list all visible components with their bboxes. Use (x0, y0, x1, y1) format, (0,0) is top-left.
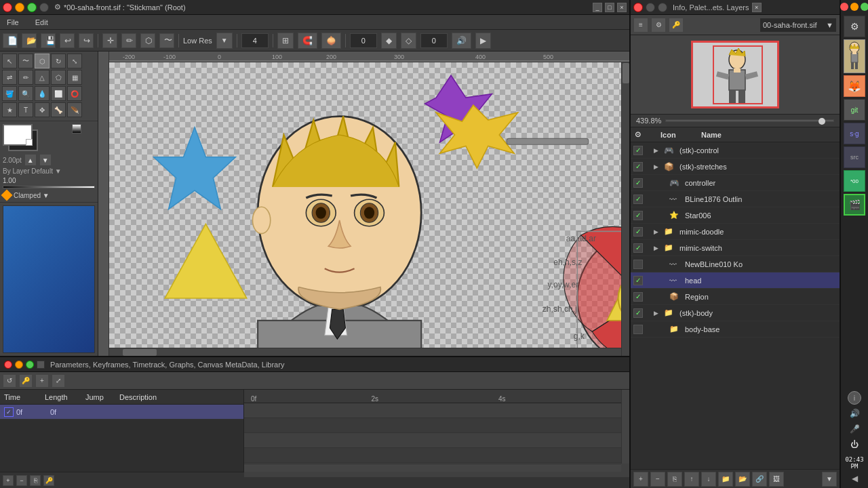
bottom-max-btn[interactable] (26, 361, 34, 369)
node-btn[interactable]: ⬡ (140, 33, 155, 48)
rotate-tool[interactable]: ↻ (51, 54, 66, 68)
fill-tool[interactable]: 🪣 (2, 86, 17, 101)
layer-item-head[interactable]: 〰 head (631, 272, 840, 289)
layer-check-2[interactable] (633, 162, 643, 171)
keyframe-del-btn[interactable]: ◇ (401, 33, 416, 49)
layer-check-7[interactable] (633, 243, 643, 253)
minimize-btn[interactable]: _ (593, 3, 602, 12)
app-icon-firefox[interactable]: 🦊 (844, 75, 865, 97)
open-btn[interactable]: 📂 (22, 33, 37, 48)
layer-item-mimic-switch[interactable]: ▶ 📁 mimic-switch (631, 240, 840, 256)
rp-add-layer-btn[interactable]: + (633, 472, 648, 487)
kf-row-0[interactable]: ✓ 0f 0f (0, 405, 243, 420)
app-icon-settings[interactable]: ⚙ (844, 16, 865, 37)
layer-check-6[interactable] (633, 227, 643, 237)
keyframe-add-btn[interactable]: ◆ (381, 33, 397, 49)
collapse-btn[interactable]: ◀ (848, 472, 861, 485)
polygon-tool[interactable]: ⬠ (51, 70, 66, 85)
bf-add-btn[interactable]: + (3, 475, 14, 486)
zoom-slider[interactable] (665, 119, 834, 122)
swap-colors-btn[interactable] (72, 124, 81, 134)
layer-check-4[interactable] (633, 195, 643, 204)
tg-scrollbar-h[interactable] (244, 464, 621, 472)
opacity-slider[interactable] (3, 186, 95, 188)
save-btn[interactable]: 💾 (41, 33, 56, 48)
speaker-icon[interactable]: 🔊 (848, 407, 861, 420)
params-refresh-btn[interactable]: ↺ (3, 374, 16, 388)
menu-file[interactable]: File (3, 17, 23, 28)
close-btn[interactable]: × (617, 3, 627, 12)
layer-check-3[interactable] (633, 178, 643, 188)
rp-group-btn[interactable]: 📁 (718, 472, 733, 487)
fg-color-swatch[interactable] (3, 124, 33, 146)
rect-tool[interactable]: ⬜ (51, 86, 66, 101)
text-tool[interactable]: T (18, 102, 33, 117)
snap-btn[interactable]: 🧲 (298, 33, 317, 49)
params-add-btn[interactable]: + (35, 374, 49, 388)
layer-item-controller[interactable]: 🎮 controller (631, 175, 840, 191)
li-expand-7[interactable]: ▶ (654, 245, 662, 251)
star-tool[interactable]: ★ (2, 102, 17, 117)
frame-end-input[interactable] (420, 33, 448, 48)
rp-params-btn[interactable]: ⚙ (651, 18, 666, 33)
rp-move-up-btn[interactable]: ↑ (684, 472, 699, 487)
bf-dup-btn[interactable]: ⎘ (30, 475, 41, 486)
rp-move-down-btn[interactable]: ↓ (701, 472, 716, 487)
layer-item-region[interactable]: 📦 Region (631, 289, 840, 305)
app-icon-00saha[interactable]: *00 (844, 170, 865, 192)
canvas-viewport[interactable]: -200 -100 0 100 200 300 400 500 (98, 52, 629, 356)
region-tool[interactable]: △ (35, 70, 50, 85)
layer-item-body-base[interactable]: 📁 body-base (631, 321, 840, 338)
rp-layers-btn[interactable]: ≡ (633, 18, 648, 33)
tg-scrollbar-v[interactable] (621, 390, 629, 464)
bottom-extra-btn[interactable] (37, 361, 45, 369)
info-btn[interactable]: i (848, 391, 861, 405)
li-expand-1[interactable]: ▶ (654, 147, 662, 154)
circle-tool[interactable]: ⭕ (67, 86, 82, 101)
scrollbar-v-canvas[interactable] (621, 62, 629, 356)
undo-btn[interactable]: ↩ (60, 33, 75, 48)
bottom-min-btn[interactable] (15, 361, 23, 369)
app-icon-source[interactable]: src (844, 146, 865, 168)
scrollbar-h-canvas[interactable] (109, 348, 621, 356)
width-down-btn[interactable]: ▼ (39, 154, 52, 166)
bottom-close-btn[interactable] (4, 361, 12, 369)
app-icon-gitk[interactable]: git (844, 99, 865, 121)
bone-tool[interactable]: 🦴 (51, 102, 66, 117)
power-icon[interactable]: ⏻ (848, 438, 861, 451)
layer-check-12[interactable] (633, 325, 643, 334)
mirror-tool[interactable]: ⇌ (2, 70, 17, 85)
new-btn[interactable]: 📄 (3, 33, 18, 48)
arrow-tool[interactable]: ↖ (2, 54, 17, 68)
transform-btn[interactable]: ✛ (102, 33, 117, 48)
rp-scroll-down-btn[interactable]: ▼ (822, 472, 837, 487)
rp-ungroup-btn[interactable]: 📂 (735, 472, 750, 487)
rp-link-btn[interactable]: 🔗 (752, 472, 767, 487)
width-up-btn[interactable]: ▲ (24, 154, 37, 166)
layer-item-newbline010[interactable]: 〰 NewBLine010 Ko (631, 256, 840, 272)
bf-del-btn[interactable]: − (16, 475, 27, 486)
smooth-tool[interactable]: 〜 (18, 54, 33, 68)
menu-edit[interactable]: Edit (31, 17, 52, 28)
rp-del-layer-btn[interactable]: − (650, 472, 665, 487)
layer-check-9[interactable] (633, 276, 643, 285)
character-sample-icon[interactable] (844, 39, 865, 73)
fps-input[interactable] (241, 33, 269, 48)
grid-btn[interactable]: ⊞ (277, 33, 294, 49)
params-expand-btn[interactable]: ⤢ (52, 374, 65, 388)
layer-check-5[interactable] (633, 211, 643, 220)
rp-dup-layer-btn[interactable]: ⎘ (667, 472, 682, 487)
layer-item-stk-body[interactable]: ▶ 📁 (stk)-body (631, 305, 840, 321)
layer-item-stk-control[interactable]: ▶ 🎮 (stk)-control (631, 142, 840, 159)
bline-tool[interactable]: ✏ (18, 70, 33, 85)
smooth-btn[interactable]: 〜 (159, 33, 174, 48)
app-icon-synfig[interactable]: 🎬 (844, 194, 865, 216)
rp-keyframes-btn[interactable]: 🔑 (669, 18, 684, 33)
params-key-btn[interactable]: 🔑 (19, 374, 33, 388)
scale-tool[interactable]: ⤡ (67, 54, 82, 68)
right-close-btn[interactable]: × (752, 3, 762, 12)
rp-canvas-btn[interactable]: 🖼 (769, 472, 784, 487)
onion-btn[interactable]: 🧅 (321, 33, 341, 49)
layer-check-11[interactable] (633, 308, 643, 318)
li-expand-11[interactable]: ▶ (654, 310, 662, 317)
